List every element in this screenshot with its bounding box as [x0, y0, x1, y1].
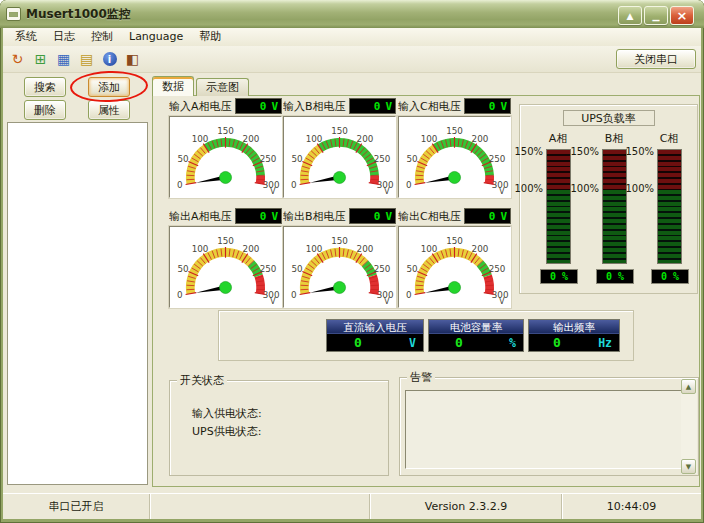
tab-data[interactable]: 数据 — [152, 76, 194, 96]
group-title: 告警 — [407, 370, 435, 385]
phase-label: A相 — [544, 131, 572, 145]
load-bar-phase-c: C相 150% 100% 0 % — [635, 131, 693, 284]
svg-text:50: 50 — [406, 154, 417, 164]
menu-system[interactable]: 系统 — [7, 28, 45, 46]
maximize-button[interactable]: ▲ — [618, 6, 642, 25]
add-button[interactable]: 添加 — [88, 77, 130, 97]
window-title: Musert1000监控 — [26, 6, 131, 23]
app-window: Musert1000监控 ▲ ▁ × 系统 日志 控制 Language 帮助 … — [0, 0, 704, 523]
title-bar: Musert1000监控 ▲ ▁ × — [0, 0, 704, 28]
report-icon[interactable]: ▤ — [76, 49, 97, 70]
svg-text:250: 250 — [489, 264, 506, 274]
svg-text:100: 100 — [192, 134, 209, 144]
gauge-label: 输出B相电压 — [283, 209, 349, 224]
data-tab-page: 输入A相电压 0V 050100150200250300V 输入B相电压 0V … — [152, 95, 700, 487]
gauge-value-lcd: 0V — [235, 208, 282, 224]
alarm-textarea[interactable] — [405, 390, 693, 469]
serial-status: 串口已开启 — [3, 494, 150, 519]
tab-bar: 数据 示意图 — [152, 76, 251, 96]
svg-text:0: 0 — [291, 290, 297, 300]
battery-capacity-display: 电池容量率 0% — [428, 319, 524, 352]
svg-text:200: 200 — [357, 244, 374, 254]
svg-text:150: 150 — [217, 126, 234, 136]
svg-text:50: 50 — [291, 264, 302, 274]
window-controls: ▲ ▁ × — [618, 6, 694, 25]
gauge-input-phase-c: 输入C相电压 0V 050100150200250300V — [398, 98, 511, 198]
svg-text:250: 250 — [374, 264, 391, 274]
clock-label: 10:44:09 — [563, 494, 700, 519]
exit-icon[interactable]: ◧ — [122, 49, 143, 70]
menu-log[interactable]: 日志 — [45, 28, 83, 46]
gauge-label: 输入B相电压 — [283, 99, 349, 114]
load-bar-meter: 150% 100% — [657, 149, 682, 264]
gauge-value-lcd: 0V — [349, 98, 396, 114]
svg-text:200: 200 — [472, 244, 489, 254]
delete-button[interactable]: 删除 — [24, 100, 66, 120]
group-title: 开关状态 — [177, 373, 227, 388]
gauge-label: 输出A相电压 — [169, 209, 235, 224]
gauge-dial: 050100150200250300V — [284, 117, 395, 197]
tab-schematic[interactable]: 示意图 — [196, 78, 249, 96]
menu-language[interactable]: Language — [121, 28, 191, 46]
device-list[interactable] — [7, 122, 148, 485]
menu-help[interactable]: 帮助 — [191, 28, 229, 46]
gauge-dial: 050100150200250300V — [170, 227, 281, 307]
load-value-lcd: 0 % — [540, 269, 578, 284]
svg-text:50: 50 — [406, 264, 417, 274]
info-icon[interactable]: i — [99, 49, 120, 70]
svg-text:0: 0 — [406, 290, 412, 300]
connect-icon[interactable]: ↻ — [7, 49, 28, 70]
svg-text:100: 100 — [421, 134, 438, 144]
svg-text:V: V — [384, 296, 390, 306]
close-serial-button[interactable]: 关闭串口 — [616, 49, 696, 69]
svg-text:250: 250 — [374, 154, 391, 164]
bar-red-zone — [547, 150, 570, 190]
svg-text:V: V — [270, 296, 276, 306]
svg-text:V: V — [499, 296, 505, 306]
gauge-value-lcd: 0V — [235, 98, 282, 114]
add-device-icon[interactable]: ⊞ — [30, 49, 51, 70]
output-frequency-display: 输出频率 0Hz — [528, 319, 620, 352]
svg-text:150: 150 — [446, 126, 463, 136]
svg-text:150: 150 — [217, 236, 234, 246]
bar-red-zone — [658, 150, 681, 190]
alarm-scrollbar[interactable]: ▲ ▼ — [681, 379, 697, 474]
status-spacer — [151, 494, 370, 519]
data-table-icon[interactable]: ▦ — [53, 49, 74, 70]
gauge-label: 输入C相电压 — [398, 99, 464, 114]
menu-control[interactable]: 控制 — [83, 28, 121, 46]
svg-text:V: V — [384, 186, 390, 196]
ups-load-title: UPS负载率 — [563, 110, 655, 126]
bar-green-zone — [547, 190, 570, 263]
search-button[interactable]: 搜索 — [24, 77, 66, 97]
minimize-button[interactable]: ▁ — [644, 6, 668, 25]
gauge-output-phase-b: 输出B相电压 0V 050100150200250300V — [283, 208, 396, 308]
bar-green-zone — [658, 190, 681, 263]
gauge-value-lcd: 0V — [349, 208, 396, 224]
alarm-group: 告警 ▲ ▼ — [399, 377, 699, 476]
close-button[interactable]: × — [670, 6, 694, 25]
svg-text:100: 100 — [306, 134, 323, 144]
bar-red-zone — [603, 150, 626, 190]
properties-button[interactable]: 属性 — [88, 100, 130, 120]
scroll-up-icon[interactable]: ▲ — [681, 379, 696, 394]
svg-text:200: 200 — [357, 134, 374, 144]
svg-text:50: 50 — [177, 264, 188, 274]
svg-text:0: 0 — [177, 180, 183, 190]
measurement-panel: 直流输入电压 0V 电池容量率 0% 输出频率 0Hz — [218, 310, 634, 361]
svg-text:150: 150 — [446, 236, 463, 246]
svg-text:250: 250 — [489, 154, 506, 164]
gauge-input-phase-a: 输入A相电压 0V 050100150200250300V — [169, 98, 282, 198]
ups-load-panel: UPS负载率 A相 150% 100% 0 % B相 150% 100% — [519, 104, 698, 294]
gauge-value-lcd: 0V — [464, 208, 511, 224]
scroll-down-icon[interactable]: ▼ — [681, 459, 696, 474]
gauge-value-lcd: 0V — [464, 98, 511, 114]
svg-text:0: 0 — [406, 180, 412, 190]
input-supply-status-row: 输入供电状态: — [192, 405, 388, 423]
gauge-label: 输入A相电压 — [169, 99, 235, 114]
svg-text:0: 0 — [177, 290, 183, 300]
gauge-dial: 050100150200250300V — [284, 227, 395, 307]
gauge-output-phase-c: 输出C相电压 0V 050100150200250300V — [398, 208, 511, 308]
load-value-lcd: 0 % — [596, 269, 634, 284]
phase-label: C相 — [655, 131, 683, 145]
